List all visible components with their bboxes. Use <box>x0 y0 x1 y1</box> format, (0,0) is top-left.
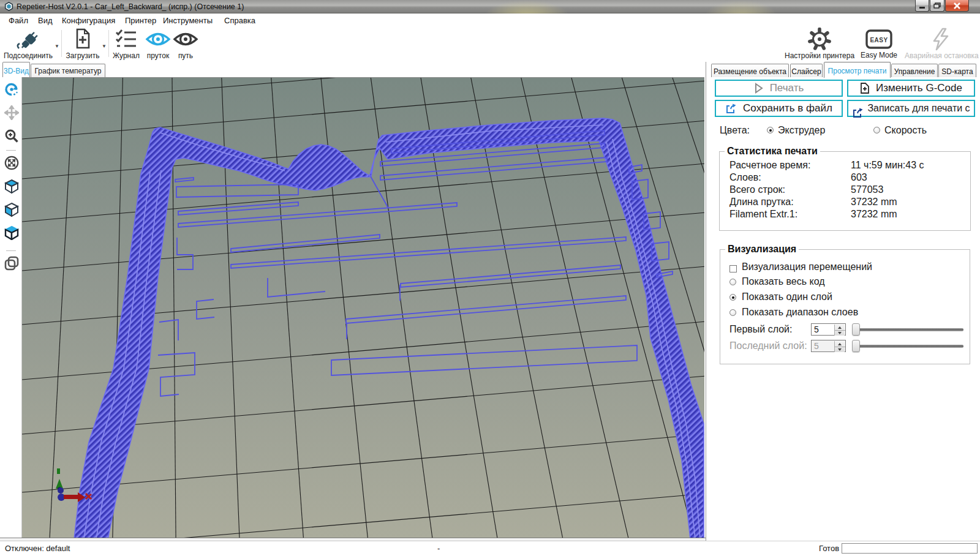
svg-text:EASY: EASY <box>870 37 888 43</box>
